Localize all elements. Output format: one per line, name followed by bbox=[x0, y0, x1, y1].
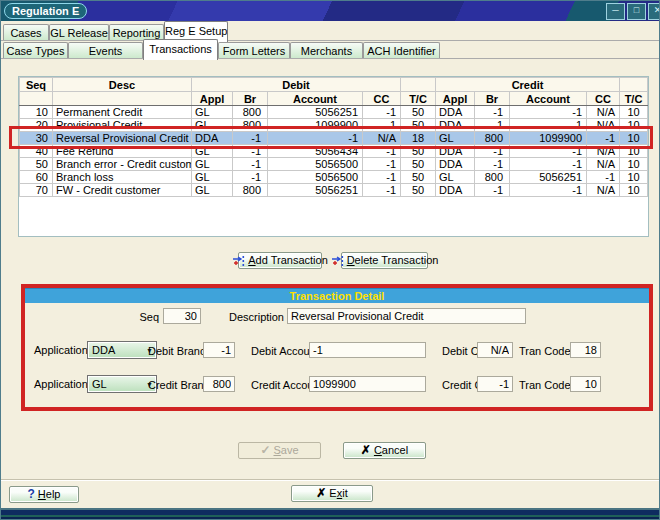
tab-merchants[interactable]: Merchants bbox=[290, 42, 363, 58]
col-group-credit: Credit bbox=[436, 78, 620, 92]
col-header-debit-tc: T/C bbox=[401, 92, 436, 106]
col-header-credit-account: Account bbox=[510, 92, 587, 106]
table-row[interactable]: 10Permanent CreditGL8005056251-150DDA-1-… bbox=[20, 106, 648, 119]
title-bar: Regulation E ─ □ ✕ bbox=[1, 1, 660, 21]
debit-application-value: DDA bbox=[88, 344, 143, 356]
x-icon: ✗ bbox=[361, 443, 371, 458]
credit-account-label: Credit Account bbox=[251, 377, 306, 393]
credit-account-field[interactable] bbox=[309, 376, 426, 392]
cancel-button[interactable]: ✗ Cancel bbox=[343, 442, 426, 459]
col-header-credit-cc: CC bbox=[587, 92, 620, 106]
delete-transaction-label: Delete Transaction bbox=[347, 253, 439, 268]
main-tab-bar: Cases GL Release Reporting Reg E Setup bbox=[1, 23, 660, 41]
save-label: Save bbox=[273, 443, 298, 458]
debit-tran-code-field[interactable] bbox=[570, 342, 601, 358]
tab-case-types[interactable]: Case Types bbox=[3, 42, 68, 58]
close-icon[interactable]: ✕ bbox=[648, 3, 660, 20]
credit-application-value: GL bbox=[88, 378, 143, 390]
credit-tran-code-label: Tran Code bbox=[519, 377, 565, 393]
add-transaction-label: Add Transaction bbox=[248, 253, 328, 268]
save-button[interactable]: ✓ Save bbox=[238, 442, 321, 459]
col-group-debit: Debit bbox=[192, 78, 401, 92]
tab-transactions[interactable]: Transactions bbox=[143, 39, 218, 60]
credit-cc-label: Credit CC bbox=[442, 377, 474, 393]
description-field[interactable] bbox=[287, 308, 526, 324]
table-row[interactable]: 20Provisional CreditGL8001099900-150DDA-… bbox=[20, 119, 648, 132]
x-icon: ✗ bbox=[316, 486, 326, 501]
transaction-detail-title: Transaction Detail bbox=[25, 288, 649, 303]
description-label: Description bbox=[225, 309, 284, 325]
table-row[interactable]: 30Reversal Provisional CreditDDA-1-1N/A1… bbox=[20, 132, 648, 145]
table-row[interactable]: 70FW - Credit customerGL8005056251-150DD… bbox=[20, 184, 648, 197]
col-header-debit-account: Account bbox=[268, 92, 363, 106]
col-header-credit-appl: Appl bbox=[436, 92, 475, 106]
credit-application-label: Application bbox=[34, 376, 86, 392]
transaction-detail-panel: Transaction Detail Seq Description Appli… bbox=[21, 284, 653, 411]
debit-application-dropdown[interactable]: DDA ▼ bbox=[87, 341, 157, 359]
tab-gl-release[interactable]: GL Release bbox=[49, 24, 109, 40]
tab-ach-identifier[interactable]: ACH Identifier bbox=[363, 42, 440, 58]
delete-transaction-button[interactable]: Delete Transaction bbox=[341, 252, 428, 269]
maximize-icon[interactable]: □ bbox=[627, 3, 646, 20]
app-window: Regulation E ─ □ ✕ Cases GL Release Repo… bbox=[0, 0, 660, 520]
delete-row-icon bbox=[331, 255, 344, 267]
debit-cc-field[interactable] bbox=[477, 342, 513, 358]
col-header-desc: Desc bbox=[53, 78, 192, 92]
help-label: Help bbox=[38, 487, 61, 502]
seq-label: Seq bbox=[130, 309, 159, 325]
table-row[interactable]: 50Branch error - Credit customerGL-15056… bbox=[20, 158, 648, 171]
exit-button[interactable]: ✗ Exit bbox=[291, 485, 373, 502]
tab-reporting[interactable]: Reporting bbox=[109, 24, 164, 40]
window-controls: ─ □ ✕ bbox=[606, 3, 660, 20]
col-header-debit-br: Br bbox=[233, 92, 268, 106]
credit-tran-code-field[interactable] bbox=[570, 376, 601, 392]
add-transaction-button[interactable]: Add Transaction bbox=[238, 252, 322, 269]
table-row[interactable]: 40Fee RefundGL-15056434-150DDA-1-1N/A10 bbox=[20, 145, 648, 158]
credit-branch-field[interactable] bbox=[203, 376, 235, 392]
seq-field[interactable] bbox=[163, 308, 201, 324]
bottom-status-bar bbox=[1, 508, 660, 520]
tab-events[interactable]: Events bbox=[68, 42, 143, 58]
question-icon: ? bbox=[28, 487, 35, 502]
sub-tab-bar: Case Types Events Transactions Form Lett… bbox=[1, 41, 660, 59]
debit-account-label: Debit Account bbox=[251, 343, 306, 359]
exit-label: Exit bbox=[329, 486, 347, 501]
transactions-tbody: 10Permanent CreditGL8005056251-150DDA-1-… bbox=[20, 106, 648, 197]
col-header-credit-br: Br bbox=[475, 92, 510, 106]
debit-cc-label: Debit CC bbox=[442, 343, 474, 359]
insert-row-icon bbox=[232, 255, 245, 267]
credit-application-dropdown[interactable]: GL ▼ bbox=[87, 375, 157, 393]
minimize-icon[interactable]: ─ bbox=[606, 3, 625, 20]
tab-form-letters[interactable]: Form Letters bbox=[218, 42, 290, 58]
debit-account-field[interactable] bbox=[309, 342, 426, 358]
tab-cases[interactable]: Cases bbox=[3, 24, 49, 40]
debit-application-label: Application bbox=[34, 342, 86, 358]
transactions-table: Seq Desc Debit Credit Appl Br Account CC… bbox=[18, 76, 649, 237]
col-header-debit-appl: Appl bbox=[192, 92, 233, 106]
debit-branch-label: Debit Branch bbox=[148, 343, 200, 359]
credit-cc-field[interactable] bbox=[477, 376, 513, 392]
cancel-label: Cancel bbox=[374, 443, 408, 458]
col-header-credit-tc: T/C bbox=[620, 92, 648, 106]
col-header-seq: Seq bbox=[20, 78, 53, 92]
debit-tran-code-label: Tran Code bbox=[519, 343, 565, 359]
credit-branch-label: Credit Branch bbox=[148, 377, 200, 393]
table-row[interactable]: 60Branch lossGL-15056500-150GL8005056251… bbox=[20, 171, 648, 184]
check-icon: ✓ bbox=[260, 443, 270, 458]
window-title: Regulation E bbox=[4, 3, 87, 19]
col-header-debit-cc: CC bbox=[363, 92, 401, 106]
debit-branch-field[interactable] bbox=[203, 342, 235, 358]
help-button[interactable]: ? Help bbox=[9, 486, 79, 503]
footer-divider bbox=[1, 479, 660, 481]
